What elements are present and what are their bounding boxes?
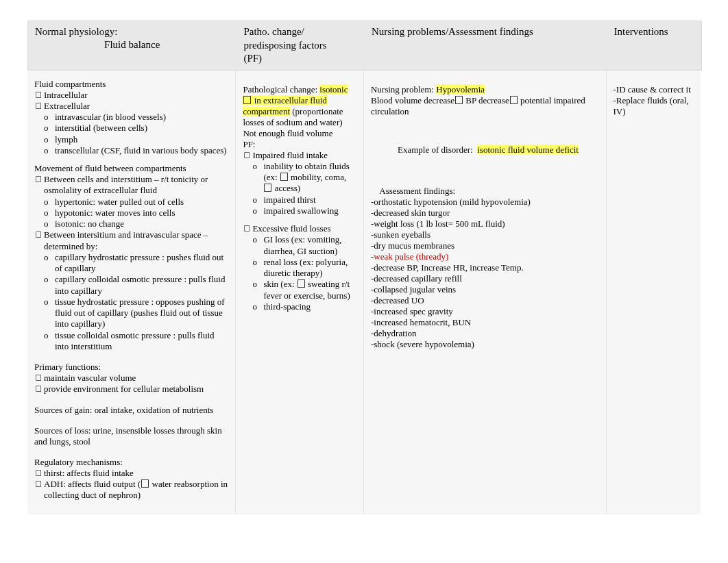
finding-text: -increased spec gravity: [371, 306, 599, 317]
body-col-patho: Pathological change: isotonic 🞎 in extra…: [236, 71, 364, 515]
finding-text: -weak pulse (thready): [371, 251, 599, 262]
header-text: Normal physiology:: [35, 25, 229, 39]
header-col-nursing: Nursing problems/Assessment findings: [365, 21, 607, 70]
list-item: intravascular (in blood vessels): [55, 112, 228, 123]
finding-text: -increased hematocrit, BUN: [371, 317, 599, 328]
header-row: Normal physiology: Fluid balance Patho. …: [27, 21, 702, 71]
body-text: Sources of gain: oral intake, oxidation …: [34, 405, 228, 416]
finding-text: -dry mucus membranes: [371, 240, 599, 251]
header-text: (PF): [243, 52, 357, 66]
finding-text: -dehydration: [371, 328, 599, 339]
pf-label: PF:: [243, 139, 356, 150]
sublist: GI loss (ex: vomiting, diarrhea, GI suct…: [263, 234, 356, 312]
list-item: Excessive fluid losses: [252, 223, 356, 234]
list-item: impaired thirst: [263, 195, 356, 205]
body-col-physiology: Fluid compartments Intracellular Extrace…: [27, 71, 236, 515]
finding-text: -orthostatic hypotension (mild hypovolem…: [371, 197, 599, 208]
list-item: maintain vascular volume: [44, 373, 228, 384]
list-item: skin (ex: 🞎 sweating r/t fever or exerci…: [263, 279, 356, 301]
list-item: provide environment for cellular metabol…: [44, 384, 228, 395]
list-item: ADH: affects fluid output (🞎 water reabs…: [44, 479, 228, 501]
header-text: Patho. change/: [243, 25, 357, 39]
finding-text: -collapsed jugular veins: [371, 284, 599, 295]
header-col-interventions: Interventions: [607, 21, 701, 70]
list-item: capillary hydrostatic pressure : pushes …: [55, 252, 228, 275]
list-item: thirst: affects fluid intake: [44, 468, 228, 479]
list-item: hypotonic: water moves into cells: [55, 208, 228, 218]
list: Intracellular Extracellular: [44, 90, 228, 112]
patho-change-text: Pathological change: isotonic 🞎 in extra…: [243, 84, 356, 139]
highlighted-text: isotonic fluid volume deficit: [477, 145, 579, 155]
list-item: Impaired fluid intake: [252, 150, 356, 161]
header-text: Interventions: [614, 25, 694, 39]
list: Impaired fluid intake: [252, 150, 356, 161]
intervention-text: -ID cause & correct it: [614, 84, 694, 95]
list-item: Intracellular: [44, 90, 228, 101]
list-item: tissue colloidal osmotic pressure : pull…: [55, 330, 228, 353]
list-item: third-spacing: [263, 301, 356, 312]
list-item: lymph: [55, 134, 228, 145]
highlighted-text: Hypovolemia: [436, 84, 485, 95]
body-row: Fluid compartments Intracellular Extrace…: [27, 71, 701, 515]
text: Nursing problem:: [371, 84, 436, 95]
list-item: Extracellular: [44, 101, 228, 112]
list-item: capillary colloidal osmotic pressure : p…: [55, 274, 228, 297]
section-title: Primary functions:: [34, 362, 228, 373]
list-item: interstitial (between cells): [55, 123, 228, 134]
header-text: Fluid balance: [35, 39, 229, 51]
red-text: weak pulse (thready): [374, 251, 448, 262]
assessment-title: Assessment findings:: [371, 186, 599, 197]
list-item: Between cells and interstitium – r/t ton…: [44, 174, 228, 197]
list: Excessive fluid losses: [252, 223, 356, 234]
sublist: hypertonic: water pulled out of cells hy…: [55, 197, 228, 230]
list-item: inability to obtain fluids (ex: 🞎 mobili…: [263, 161, 356, 195]
section-title: Movement of fluid between compartments: [34, 163, 228, 174]
finding-text: -sunken eyeballs: [371, 229, 599, 240]
section-title: Regulatory mechanisms:: [34, 457, 228, 468]
text: Example of disorder:: [389, 145, 477, 155]
list-item: renal loss (ex: polyuria, diuretic thera…: [263, 257, 356, 279]
example-disorder-text: Example of disorder: isotonic fluid volu…: [371, 134, 599, 166]
list-item: isotonic: no change: [55, 218, 228, 229]
finding-text: -shock (severe hypovolemia): [371, 339, 599, 350]
finding-text: -decreased UO: [371, 295, 599, 306]
body-col-nursing: Nursing problem: Hypovolemia Blood volum…: [364, 71, 607, 515]
list-item: hypertonic: water pulled out of cells: [55, 197, 228, 208]
finding-text: -decreased skin turgor: [371, 208, 599, 218]
list-item: impaired swallowing: [263, 205, 356, 216]
finding-text: -decrease BP, Increase HR, increase Temp…: [371, 262, 599, 273]
sublist: inability to obtain fluids (ex: 🞎 mobili…: [263, 161, 356, 216]
list: Between intersitium and intravascular sp…: [44, 229, 228, 252]
body-text: Sources of loss: urine, insensible losse…: [34, 425, 228, 447]
section-title: Fluid compartments: [34, 79, 228, 90]
header-text: Nursing problems/Assessment findings: [372, 25, 600, 39]
list-item: GI loss (ex: vomiting, diarrhea, GI suct…: [263, 234, 356, 257]
list-item: tissue hydrostatic pressure : opposes pu…: [55, 297, 228, 330]
sublist: intravascular (in blood vessels) interst…: [55, 112, 228, 156]
list-item: Between intersitium and intravascular sp…: [44, 229, 228, 252]
header-col-physiology: Normal physiology: Fluid balance: [28, 21, 236, 70]
header-col-patho: Patho. change/ predisposing factors (PF): [236, 21, 365, 70]
nursing-problem-text: Nursing problem: Hypovolemia: [371, 84, 599, 95]
finding-text: -decreased capillary refill: [371, 273, 599, 284]
document-table: Normal physiology: Fluid balance Patho. …: [27, 21, 701, 514]
intervention-text: -Replace fluids (oral, IV): [614, 95, 694, 117]
body-text: Blood volume decrease🞎 BP decrease🞎 pote…: [371, 95, 599, 117]
list: Between cells and interstitium – r/t ton…: [44, 174, 228, 197]
text: Pathological change:: [243, 84, 319, 95]
header-text: predisposing factors: [243, 39, 357, 53]
list-item: transcellular (CSF, fluid in various bod…: [55, 145, 228, 156]
finding-text: -weight loss (1 lb lost= 500 mL fluid): [371, 218, 599, 229]
sublist: capillary hydrostatic pressure : pushes …: [55, 252, 228, 352]
list: maintain vascular volume provide environ…: [44, 373, 228, 395]
list: thirst: affects fluid intake ADH: affect…: [44, 468, 228, 501]
body-col-interventions: -ID cause & correct it -Replace fluids (…: [607, 71, 701, 515]
